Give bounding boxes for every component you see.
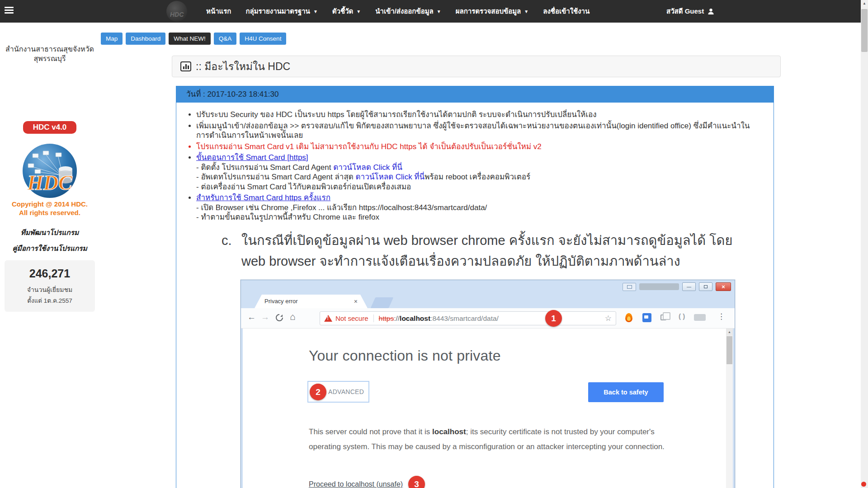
back-to-safety-button: Back to safety [588,382,664,402]
page-scrollbar[interactable]: ▲ ▼ [861,0,868,488]
chevron-down-icon: ▼ [313,9,318,14]
list-item: ขั้นตอนการใช้ Smart Card [https] - ติดตั… [196,153,757,192]
screenshot-scrollbar: ▲ [726,328,733,488]
top-navbar: HDC หน้าแรก กลุ่มรายงานมาตรฐาน▼ ตัวชี้วั… [0,0,861,23]
list-subline: - ทำตามขั้นตอนในรูปภาพนี้สำหรับ Chrome แ… [196,212,757,222]
advanced-button: 2 ADVANCED [307,381,369,403]
home-icon: ⌂ [290,311,296,322]
smartcard-steps-link[interactable]: ขั้นตอนการใช้ Smart Card [https] [196,153,308,162]
sidebar: สำนักงานสาธารณสุขจังหวัด สุพรรณบุรี HDC … [0,23,99,312]
copyright-text: Copyright @ 2014 HDC. All rights reserve… [0,200,99,217]
visitor-count: 246,271 [5,267,95,280]
hdc-version-badge: HDC v4.0 [23,121,76,134]
smartcard-first-use-link[interactable]: สำหรับการใช้ Smart Card https ครั้งแรก [196,193,330,202]
step-1-badge: 1 [545,310,562,327]
navbar-menu: หน้าแรก กลุ่มรายงานมาตรฐาน▼ ตัวชี้วัด▼ น… [199,0,597,23]
window-profile-icon [623,283,636,291]
extension-translate-icon [642,313,651,322]
step-3-badge: 3 [408,476,425,488]
section-c-marker: c. [222,230,241,251]
tab-h4u-consent[interactable]: H4U Consent [240,33,286,45]
browser-tab: Privacy error × [255,295,368,308]
user-greeting[interactable]: สวัสดี Guest [666,0,714,23]
tab-dashboard[interactable]: Dashboard [126,33,165,45]
nav-item-standard-reports[interactable]: กลุ่มรายงานมาตรฐาน▼ [238,0,325,23]
forward-arrow-icon: → [261,312,269,322]
person-icon [708,8,714,15]
list-item: ปรับระบบ Security ของ HDC เป็นระบบ https… [196,110,757,120]
nav-item-login[interactable]: ลงชื่อเข้าใช้งาน [536,0,597,23]
error-description: This server could not prove that it is l… [309,424,686,454]
new-tab-stub [371,297,394,308]
news-bullet-list: ปรับระบบ Security ของ HDC เป็นระบบ https… [196,110,757,222]
tab-close-icon: × [354,295,358,308]
maximize-icon [699,282,712,291]
list-subline: - ต่อเครื่องอ่าน Smart Card ไว้กับคอมพิว… [196,182,757,192]
url-text: https://localhost:8443/smartcard/data/ [379,314,499,323]
nav-item-data-audit[interactable]: ผลการตรวจสอบข้อมูล▼ [448,0,536,23]
page-title: :: มีอะไรใหม่ใน HDC [196,58,290,75]
user-manual-link[interactable]: คู่มือการใช้งานโปรแกรม [0,243,99,254]
office-name: สำนักงานสาธารณสุขจังหวัด สุพรรณบุรี [0,44,99,63]
news-date-bar: วันที่ : 2017-10-23 18:41:30 [176,86,774,103]
visitor-count-label: จำนวนผู้เยี่ยมชม [5,285,95,295]
list-item-warning: โปรแกรมอ่าน Smart Card v1 เดิม ไม่สามารถ… [196,142,757,152]
page-root: HDC หน้าแรก กลุ่มรายงานมาตรฐาน▼ ตัวชี้วั… [0,0,868,488]
scrollbar-thumb [726,336,732,364]
reload-icon [275,314,283,322]
blurred-label [639,283,679,290]
list-subline: - อัพเดทโปรแกรมอ่าน Smart Card Agent ล่า… [196,172,757,182]
step-2-badge: 2 [310,384,326,400]
news-content-box: วันที่ : 2017-10-23 18:41:30 ปรับระบบ Se… [176,86,774,488]
red-dot-indicator [861,482,866,487]
tab-what-new[interactable]: What NEW! [169,33,211,45]
tab-qa[interactable]: Q&A [214,33,237,45]
hdc-navbar-logo: HDC [166,1,187,22]
chevron-down-icon: ▼ [356,9,361,14]
nav-item-home[interactable]: หน้าแรก [199,0,238,23]
chrome-screenshot-image: — × Privacy error × ← → ⌂ Not se [241,280,735,488]
privacy-error-heading: Your connection is not private [309,347,501,364]
dev-team-link[interactable]: ทีมพัฒนาโปรแกรม [0,227,99,238]
minimize-icon: — [682,282,696,291]
list-subline: - ติดตั้ง โปรแกรมอ่าน Smart Card Agent ด… [196,163,757,173]
tab-map[interactable]: Map [101,33,123,45]
blurred-extension-icon [694,314,706,321]
chevron-down-icon: ▼ [437,9,441,14]
browser-menu-icon: ⋮ [717,312,725,321]
list-item: เพิ่มเมนูนำเข้า/ส่งออกข้อมูล >> ตรวจสอบ/… [196,121,757,141]
panel-header: :: มีอะไรใหม่ใน HDC [172,56,781,77]
hdc-logo: HDC [22,143,78,199]
screenshot-toolbar: ← → ⌂ Not secure https://localhost:8443/… [241,308,735,328]
scrollbar-thumb[interactable] [861,9,868,52]
not-secure-label: Not secure [335,314,368,322]
bookmark-star-icon: ☆ [605,314,612,323]
nav-item-indicators[interactable]: ตัวชี้วัด▼ [325,0,368,23]
visitor-count-since: ตั้งแต่ 1ต.ค.2557 [5,296,95,305]
visitor-counter: 246,271 จำนวนผู้เยี่ยมชม ตั้งแต่ 1ต.ค.25… [5,260,95,312]
extension-flame-icon [625,313,632,322]
download-click-here-link[interactable]: ดาวน์โหลด Click ที่นี่ [356,173,425,181]
back-arrow-icon: ← [247,312,256,322]
address-bar: Not secure https://localhost:8443/smartc… [320,311,616,325]
quick-tabs: Map Dashboard What NEW! Q&A H4U Consent [101,33,286,45]
bar-chart-icon [180,61,191,71]
extension-copy-icon [660,314,666,320]
section-c-note: c. ในกรณีที่เปิดดูข้อมูลผ่าน web browser… [222,230,732,272]
hamburger-menu-icon[interactable] [5,7,14,15]
scroll-up-arrow-icon[interactable]: ▲ [861,0,868,7]
hdc-logo-text: HDC [27,171,73,194]
scroll-up-arrow-icon: ▲ [726,328,733,336]
download-click-here-link[interactable]: ดาวน์โหลด Click ที่นี่ [333,163,402,172]
screenshot-titlebar: — × [241,280,735,295]
warning-triangle-icon [324,315,332,322]
proceed-unsafe-link: Proceed to localhost (unsafe) [309,480,403,488]
divider [373,314,374,322]
nav-item-import-export[interactable]: นำเข้า/ส่งออกข้อมูล▼ [368,0,448,23]
screenshot-tabstrip: Privacy error × [241,295,735,308]
list-item: สำหรับการใช้ Smart Card https ครั้งแรก -… [196,193,757,222]
extension-parens-icon: ( ) [679,312,685,320]
screenshot-page-body: ▲ Your connection is not private 2 ADVAN… [243,328,733,488]
chevron-down-icon: ▼ [524,9,528,14]
list-subline: - เปิด Browser เช่น Chrome ,Firefox ... … [196,203,757,213]
